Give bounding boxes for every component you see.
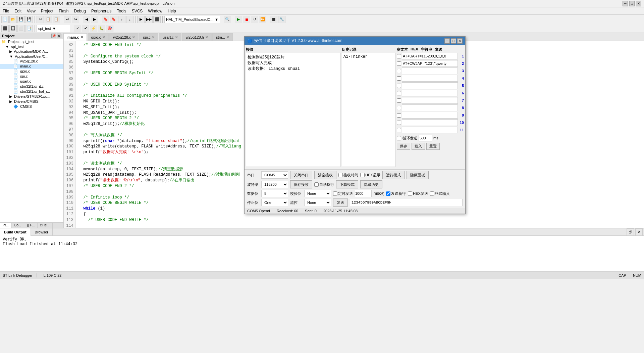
- mt-hex-7[interactable]: [397, 98, 401, 103]
- project-pin-btn[interactable]: 📌: [51, 34, 56, 38]
- port-dropdown[interactable]: COM5: [261, 171, 288, 179]
- build-btn[interactable]: ▶: [137, 16, 145, 23]
- newline-checkbox[interactable]: [386, 191, 390, 196]
- run-mode-btn[interactable]: 运行模式: [382, 171, 405, 179]
- close-spi-c[interactable]: ✕: [152, 35, 155, 39]
- tb2-target-btn[interactable]: 🎯: [106, 25, 113, 32]
- mt-input-4[interactable]: [402, 75, 458, 82]
- tree-item-mdk[interactable]: ▶ Application/MDK-A...: [0, 49, 63, 54]
- clear-recv-btn[interactable]: 清空接收: [314, 171, 336, 179]
- nav-back-btn[interactable]: ◀: [83, 16, 90, 23]
- run-btn[interactable]: ▶: [235, 16, 242, 23]
- save-btn[interactable]: 💾: [17, 16, 25, 23]
- cut-btn[interactable]: ✂: [37, 16, 44, 23]
- tb2-btn3[interactable]: ⬜: [17, 25, 25, 32]
- tree-item-usartc[interactable]: 📄 usart.c: [0, 79, 63, 84]
- tab-templates[interactable]: □ Te...: [38, 223, 53, 228]
- mt-input-3[interactable]: [402, 68, 458, 74]
- recv-time-checkbox[interactable]: [338, 173, 343, 177]
- mt-hex-9[interactable]: [397, 113, 401, 118]
- checkbits-dropdown[interactable]: None: [304, 190, 331, 197]
- menu-window[interactable]: Window: [145, 8, 165, 14]
- close-main-c[interactable]: ✕: [80, 35, 83, 39]
- tab-browser[interactable]: Browser: [31, 228, 53, 236]
- mt-input-11[interactable]: [402, 127, 458, 133]
- menu-help[interactable]: Help: [165, 8, 179, 14]
- mt-hex-11[interactable]: [397, 128, 401, 132]
- tab-books[interactable]: Bo...: [12, 223, 24, 228]
- tb2-btn4[interactable]: 📑: [25, 25, 33, 32]
- mt-input-2[interactable]: [402, 60, 458, 67]
- loop-interval-input[interactable]: [419, 135, 432, 141]
- send-input[interactable]: [350, 199, 463, 206]
- tree-item-itc[interactable]: 📄 stm32f1xx_it.c: [0, 84, 63, 89]
- function-dropdown[interactable]: HAL_TIM_PeriodElapsedC... ▼: [164, 16, 220, 23]
- mt-hex-4[interactable]: [397, 76, 401, 81]
- close-w25q128-c[interactable]: ✕: [132, 35, 135, 39]
- tb2-check-btn[interactable]: ✔: [82, 25, 89, 32]
- receive-textarea[interactable]: 检测到W25Q128芯片 数据写入完成! 读出数据: liangxu shuai: [246, 53, 340, 167]
- flowctrl-dropdown[interactable]: None: [304, 199, 331, 206]
- tab-main-c[interactable]: main.c ✕: [64, 33, 87, 41]
- debug-panel-btn[interactable]: ▦: [270, 16, 277, 23]
- tb-btn-extra1[interactable]: ↑: [118, 16, 125, 23]
- nav-fwd-btn[interactable]: ▶: [91, 16, 98, 23]
- menu-tools[interactable]: Tools: [114, 8, 129, 14]
- loop-send-checkbox[interactable]: [397, 136, 401, 140]
- mt-input-7[interactable]: [402, 97, 458, 104]
- tree-item-gpioc[interactable]: 📄 gpio.c: [0, 69, 63, 74]
- close-button[interactable]: ✕: [636, 1, 641, 6]
- bookmark-btn[interactable]: 🔖: [102, 16, 109, 23]
- mt-hex-6[interactable]: [397, 91, 401, 95]
- search-btn[interactable]: 🔍: [224, 16, 231, 23]
- save-all-btn[interactable]: 💾: [25, 16, 33, 23]
- load-multitext-btn[interactable]: 载入: [412, 143, 425, 150]
- build-dock-btn[interactable]: 🗗: [627, 228, 634, 236]
- hex-display-checkbox[interactable]: [360, 173, 365, 177]
- mt-input-8[interactable]: [402, 104, 458, 111]
- tab-w25q128-c[interactable]: w25q128.c ✕: [109, 33, 139, 41]
- hide-history-btn[interactable]: 隐藏历史: [360, 180, 382, 188]
- menu-edit[interactable]: Edit: [12, 8, 24, 14]
- mt-hex-8[interactable]: [397, 106, 401, 110]
- save-multitext-btn[interactable]: 保存: [397, 143, 410, 150]
- menu-file[interactable]: File: [0, 8, 12, 14]
- spi-test-dropdown[interactable]: spi_test ▼: [37, 25, 70, 32]
- baud-dropdown[interactable]: 115200: [261, 181, 288, 188]
- tab-project[interactable]: Pr...: [0, 223, 12, 228]
- paste-btn[interactable]: 📋: [53, 16, 60, 23]
- serial-close-btn[interactable]: ✕: [457, 38, 463, 44]
- debug-reset-btn[interactable]: ↺: [251, 16, 258, 23]
- timed-send-checkbox[interactable]: [333, 191, 337, 196]
- tab-spi-c[interactable]: spi.c ✕: [139, 33, 158, 41]
- tab-stm[interactable]: stm... ✕: [212, 33, 233, 41]
- auto-newline-checkbox[interactable]: [314, 182, 319, 187]
- close-stm[interactable]: ✕: [226, 35, 229, 39]
- bookmark2-btn[interactable]: 🔖: [110, 16, 117, 23]
- tree-item-cmsis-folder[interactable]: ▶ Drivers/CMSIS: [0, 99, 63, 104]
- menu-debug[interactable]: Debug: [71, 8, 89, 14]
- close-w25q128-h[interactable]: ✕: [205, 35, 208, 39]
- project-close-btn[interactable]: ✕: [57, 34, 61, 38]
- menu-view[interactable]: View: [24, 8, 38, 14]
- close-gpio-c[interactable]: ✕: [102, 35, 105, 39]
- menu-svcs[interactable]: SVCS: [129, 8, 146, 14]
- mt-hex-5[interactable]: [397, 84, 401, 88]
- download-mode-btn[interactable]: 下载模式: [336, 180, 358, 188]
- tb2-flash-btn[interactable]: ⚡: [90, 25, 97, 32]
- tree-item-cmsis[interactable]: 🔷 CMSIS: [0, 104, 63, 109]
- menu-peripherals[interactable]: Peripherals: [89, 8, 114, 14]
- tree-item-w25q128c[interactable]: 📄 w25q128.c: [0, 59, 63, 64]
- tab-usart-c[interactable]: usart.c ✕: [159, 33, 181, 41]
- stop-btn[interactable]: ⬛: [153, 16, 161, 23]
- save-recv-btn[interactable]: 保存接收: [290, 180, 312, 188]
- tree-item-halc[interactable]: 📄 stm32f1xx_hal_r...: [0, 89, 63, 94]
- tree-item-user[interactable]: ▼ Application/User/C...: [0, 54, 63, 59]
- tab-functions[interactable]: {} F...: [24, 223, 38, 228]
- redo-btn[interactable]: ↪: [72, 16, 79, 23]
- serial-maximize-btn[interactable]: □: [451, 38, 456, 44]
- tree-item-spic[interactable]: 📄 spi.c: [0, 74, 63, 79]
- mt-hex-3[interactable]: [397, 69, 401, 73]
- reset-multitext-btn[interactable]: 重置: [426, 143, 440, 150]
- open-port-btn[interactable]: 关闭串口: [290, 171, 312, 179]
